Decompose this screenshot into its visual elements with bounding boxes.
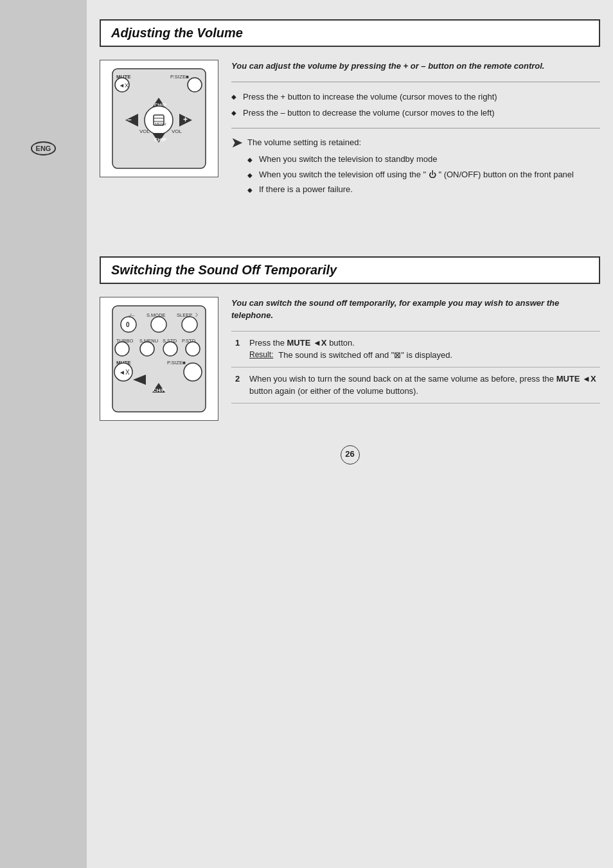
step-1-content: Press the MUTE ◄X button. Result: The so… [245,331,600,367]
svg-text:VOL: VOL [172,128,182,134]
step-2-row: 2 When you wish to turn the sound back o… [231,367,600,403]
section1-body: MUTE ◄X P.SIZE■ CH/P [100,60,600,205]
svg-text:◄X: ◄X [119,82,129,89]
section1-intro: You can adjust the volume by pressing th… [231,60,600,73]
svg-point-28 [182,317,197,332]
svg-point-41 [184,363,202,381]
eng-badge: ENG [31,141,57,155]
svg-text:P.SIZE■: P.SIZE■ [167,360,186,366]
note-sub-list: When you switch the television to standb… [247,152,574,197]
section2-title-box: Switching the Sound Off Temporarily [100,256,600,284]
svg-point-34 [140,342,154,356]
note-item-3: If there is a power failure. [247,182,574,197]
note-box: ➤ The volume setting is retained: When y… [231,136,600,197]
page-number: 26 [341,445,360,465]
svg-point-36 [186,342,200,356]
section2-intro: You can switch the sound off temporarily… [231,297,600,322]
svg-text:MENU: MENU [155,122,166,126]
section1-title-box: Adjusting the Volume [100,19,600,47]
svg-text:VOL: VOL [139,128,150,134]
section1-bullets: Press the + button to increase the volum… [231,89,600,121]
note-content: The volume setting is retained: When you… [247,136,574,197]
section-mute: Switching the Sound Off Temporarily -/--… [100,256,600,421]
svg-point-35 [163,342,177,356]
divider2 [231,128,600,128]
note-item-2: When you switch the television off using… [247,167,574,182]
svg-point-27 [151,317,166,332]
mute-bold-2: MUTE ◄X [556,374,596,384]
svg-text:+: + [183,115,188,124]
left-sidebar: ENG [0,0,87,868]
page-num-area: 26 [87,434,613,470]
step-1-text: Press the MUTE ◄X button. [249,337,596,350]
note-arrow-icon: ➤ [231,135,242,150]
bullet-item-2: Press the – button to decrease the volum… [231,105,600,121]
section-adjusting-volume: Adjusting the Volume MUTE ◄X P.SIZE■ [100,19,600,205]
result-text: The sound is switched off and "⊠" is dis… [278,349,452,362]
section2-title: Switching the Sound Off Temporarily [111,263,589,278]
page-layout: ENG Adjusting the Volume MUTE ◄ [0,0,613,868]
svg-text:◄X: ◄X [119,369,130,376]
section2-body: -/-- S.MODE SLEEP ☽ 0 TURBO S.MENU S.STD… [100,297,600,421]
svg-text:0: 0 [126,321,130,328]
remote-svg-vol: MUTE ◄X P.SIZE■ CH/P [106,66,212,172]
mute-bold-1: MUTE ◄X [287,338,327,348]
step-1-row: 1 Press the MUTE ◄X button. Result: The … [231,331,600,367]
remote-image-mute: -/-- S.MODE SLEEP ☽ 0 TURBO S.MENU S.STD… [100,297,218,421]
divider1 [231,82,600,82]
bullet-item-1: Press the + button to increase the volum… [231,89,600,105]
step-2-content: When you wish to turn the sound back on … [245,367,600,403]
step-1-result: Result: The sound is switched off and "⊠… [249,349,596,362]
steps-table: 1 Press the MUTE ◄X button. Result: The … [231,331,600,403]
svg-text:P.SIZE■: P.SIZE■ [170,74,189,80]
step-2-num: 2 [231,367,245,403]
step-1-num: 1 [231,331,245,367]
svg-point-33 [115,342,129,356]
result-label: Result: [249,349,273,362]
svg-text:–: – [127,115,132,124]
section1-text: You can adjust the volume by pressing th… [231,60,600,205]
main-content: Adjusting the Volume MUTE ◄X P.SIZE■ [87,0,613,868]
svg-point-5 [188,78,202,92]
svg-text:CH/P: CH/P [153,387,166,393]
remote-svg-mute: -/-- S.MODE SLEEP ☽ 0 TURBO S.MENU S.STD… [106,303,212,415]
section2-text: You can switch the sound off temporarily… [231,297,600,403]
note-title: The volume setting is retained: [247,137,361,147]
remote-image-vol: MUTE ◄X P.SIZE■ CH/P [100,60,218,177]
note-item-1: When you switch the television to standb… [247,152,574,167]
section1-title: Adjusting the Volume [111,26,589,40]
svg-text:CH/P: CH/P [154,137,167,143]
